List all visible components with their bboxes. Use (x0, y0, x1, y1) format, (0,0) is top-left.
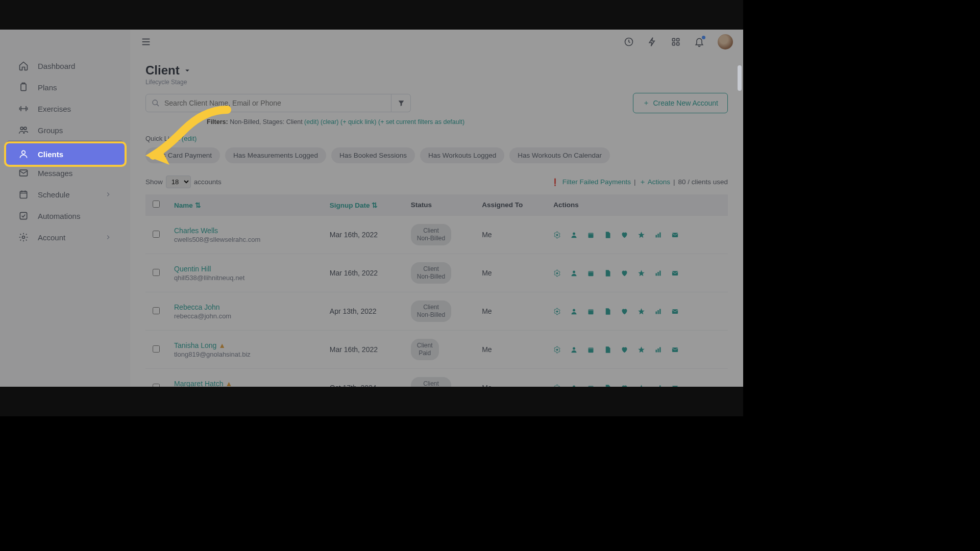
svg-rect-36 (659, 309, 661, 314)
quicklink-chip[interactable]: Has Card Payment (145, 147, 220, 163)
page-title[interactable]: Client (145, 63, 728, 78)
gear-icon[interactable] (553, 269, 561, 277)
chevron-right-icon (105, 234, 112, 241)
svg-rect-35 (658, 310, 659, 314)
search-input[interactable] (145, 94, 391, 112)
calendar-action-icon[interactable] (587, 231, 595, 239)
check-icon (18, 211, 29, 221)
row-checkbox[interactable] (153, 307, 160, 314)
heart-icon[interactable] (621, 308, 628, 315)
bell-icon[interactable] (694, 37, 704, 47)
row-checkbox[interactable] (153, 384, 160, 387)
svg-point-7 (22, 236, 25, 239)
sidebar-item-schedule[interactable]: Schedule (6, 184, 124, 205)
heart-icon[interactable] (621, 346, 628, 354)
chevron-down-icon (183, 66, 192, 75)
sidebar-item-automations[interactable]: Automations (6, 205, 124, 227)
quicklink-chip[interactable]: Has Workouts Logged (420, 147, 504, 163)
calendar-action-icon[interactable] (587, 269, 595, 277)
select-all-checkbox[interactable] (153, 201, 160, 208)
file-icon[interactable] (604, 231, 611, 239)
mail-icon[interactable] (671, 269, 679, 277)
svg-point-2 (24, 127, 27, 130)
user-icon[interactable] (570, 308, 578, 315)
user-icon[interactable] (570, 231, 578, 239)
heart-icon[interactable] (621, 384, 628, 387)
gear-icon[interactable] (553, 346, 561, 354)
quicklink-chip[interactable]: Has Measurements Logged (225, 147, 326, 163)
user-icon[interactable] (570, 384, 578, 387)
row-checkbox[interactable] (153, 345, 160, 353)
sidebar-item-groups[interactable]: Groups (6, 119, 124, 141)
lightning-icon[interactable] (647, 37, 657, 47)
file-icon[interactable] (604, 384, 611, 387)
row-checkbox[interactable] (153, 269, 160, 276)
mail-icon[interactable] (671, 308, 679, 315)
col-name[interactable]: Name ⇅ (174, 202, 201, 209)
hamburger-icon[interactable] (140, 36, 152, 47)
client-name-link[interactable]: Margaret Hatch ▲ (174, 380, 315, 387)
sidebar-item-dashboard[interactable]: Dashboard (6, 55, 124, 77)
filter-button[interactable] (391, 94, 411, 112)
chart-icon[interactable] (654, 269, 662, 277)
clock-icon[interactable] (624, 37, 634, 47)
avatar[interactable] (718, 34, 733, 49)
client-name-link[interactable]: Tanisha Long ▲ (174, 341, 315, 349)
filters-clear-link[interactable]: (clear) (321, 118, 338, 126)
calendar-action-icon[interactable] (587, 308, 595, 315)
row-checkbox[interactable] (153, 231, 160, 238)
star-icon[interactable] (638, 346, 645, 354)
filters-edit-link[interactable]: (edit) (304, 118, 318, 126)
quicklink-chip[interactable]: Has Workouts On Calendar (509, 147, 610, 163)
show-count-select[interactable]: 18 (166, 176, 191, 188)
client-name-link[interactable]: Charles Wells (174, 227, 315, 235)
actions-dropdown[interactable]: ＋ Actions (639, 178, 670, 187)
quicklink-chip[interactable]: Has Booked Sessions (331, 147, 415, 163)
user-icon[interactable] (570, 269, 578, 277)
gear-icon[interactable] (553, 231, 561, 239)
page-subtitle: Lifecycle Stage (145, 79, 728, 86)
star-icon[interactable] (638, 308, 645, 315)
file-icon[interactable] (604, 308, 611, 315)
calendar-action-icon[interactable] (587, 384, 595, 387)
sidebar-item-label: Clients (38, 150, 63, 159)
filters-setdefault-link[interactable]: (+ set current filters as default) (378, 118, 464, 126)
sidebar-item-messages[interactable]: Messages (6, 162, 124, 184)
chart-icon[interactable] (654, 308, 662, 315)
mail-icon[interactable] (671, 231, 679, 239)
sidebar-item-exercises[interactable]: Exercises (6, 98, 124, 119)
star-icon[interactable] (638, 269, 645, 277)
mail-icon[interactable] (671, 384, 679, 387)
sidebar-item-account[interactable]: Account (6, 227, 124, 248)
chart-icon[interactable] (654, 231, 662, 239)
filter-failed-payments-link[interactable]: Filter Failed Payments (562, 178, 631, 186)
gear-icon[interactable] (553, 384, 561, 387)
user-icon[interactable] (570, 346, 578, 354)
sidebar-item-clients-highlight[interactable]: Clients (6, 143, 125, 165)
scrollbar[interactable] (738, 30, 742, 387)
chart-icon[interactable] (654, 346, 662, 354)
filters-quicklink-link[interactable]: (+ quick link) (340, 118, 377, 126)
topbar (130, 30, 743, 54)
col-signup[interactable]: Signup Date ⇅ (330, 202, 378, 209)
heart-icon[interactable] (621, 269, 628, 277)
client-name-link[interactable]: Rebecca John (174, 303, 315, 311)
sidebar-item-plans[interactable]: Plans (6, 77, 124, 98)
file-icon[interactable] (604, 346, 611, 354)
file-icon[interactable] (604, 269, 611, 277)
heart-icon[interactable] (621, 231, 628, 239)
star-icon[interactable] (638, 384, 645, 387)
assigned-to: Me (475, 216, 546, 254)
star-icon[interactable] (638, 231, 645, 239)
status-badge: ClientNon-Billed (411, 300, 451, 322)
apps-icon[interactable] (671, 37, 681, 47)
svg-rect-37 (672, 309, 678, 314)
calendar-action-icon[interactable] (587, 346, 595, 354)
gear-icon[interactable] (553, 308, 561, 315)
mail-icon[interactable] (671, 346, 679, 354)
create-account-button[interactable]: ＋ Create New Account (633, 93, 728, 113)
chart-icon[interactable] (654, 384, 662, 387)
client-name-link[interactable]: Quentin Hill (174, 265, 315, 273)
quicklinks-edit-link[interactable]: (edit) (182, 135, 197, 142)
svg-point-30 (556, 310, 558, 312)
